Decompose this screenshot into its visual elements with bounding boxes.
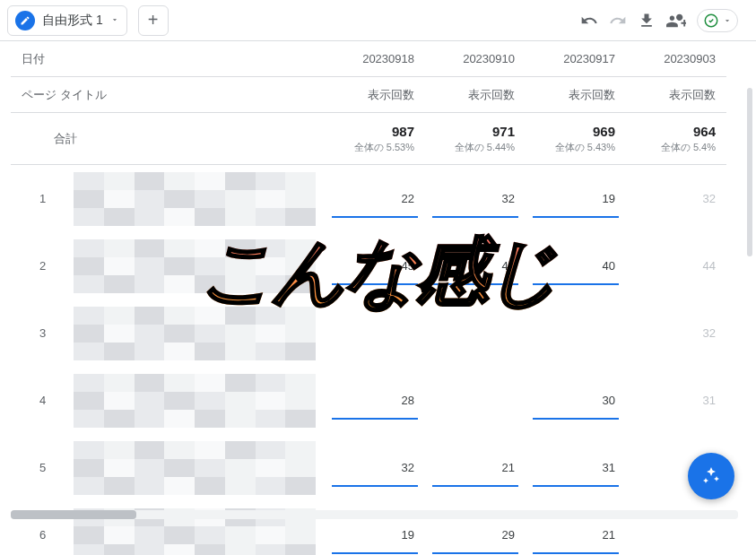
date-col-0[interactable]: 20230918 bbox=[325, 41, 425, 77]
download-button[interactable] bbox=[638, 12, 656, 30]
totals-sub: 全体の 5.44% bbox=[455, 141, 515, 154]
row-number: 1 bbox=[11, 165, 325, 232]
data-cell[interactable] bbox=[626, 501, 726, 555]
redo-button[interactable] bbox=[609, 12, 627, 30]
data-cell[interactable]: 32 bbox=[325, 434, 425, 501]
row-number: 4 bbox=[11, 367, 325, 434]
toolbar-right bbox=[580, 9, 749, 32]
pencil-icon bbox=[15, 11, 35, 30]
totals-sub: 全体の 5.4% bbox=[661, 141, 716, 154]
totals-cell-1: 971 全体の 5.44% bbox=[425, 113, 526, 165]
data-cell[interactable]: 22 bbox=[325, 165, 425, 232]
totals-cell-2: 969 全体の 5.43% bbox=[526, 113, 626, 165]
totals-value: 971 bbox=[492, 124, 515, 139]
data-cell[interactable]: 21 bbox=[526, 501, 626, 555]
tab-freeform-1[interactable]: 自由形式 1 bbox=[7, 5, 127, 36]
add-tab-button[interactable]: + bbox=[138, 5, 169, 36]
metric-col-0[interactable]: 表示回数 bbox=[325, 77, 425, 113]
data-cell[interactable]: 32 bbox=[626, 165, 726, 232]
blurred-page-title bbox=[74, 172, 316, 226]
data-cell[interactable]: 19 bbox=[526, 165, 626, 232]
date-col-3[interactable]: 20230903 bbox=[626, 41, 726, 77]
data-cell[interactable]: 30 bbox=[526, 367, 626, 434]
col-header-pagetitle[interactable]: ページ タイトル bbox=[11, 77, 325, 113]
date-col-2[interactable]: 20230917 bbox=[526, 41, 626, 77]
metric-col-3[interactable]: 表示回数 bbox=[626, 77, 726, 113]
toolbar-left: 自由形式 1 + bbox=[7, 5, 169, 36]
data-cell[interactable]: 31 bbox=[526, 434, 626, 501]
data-cell[interactable]: 28 bbox=[325, 367, 425, 434]
undo-button[interactable] bbox=[580, 12, 598, 30]
totals-label: 合計 bbox=[11, 113, 325, 165]
metric-col-2[interactable]: 表示回数 bbox=[526, 77, 626, 113]
metric-col-1[interactable]: 表示回数 bbox=[425, 77, 526, 113]
data-cell[interactable]: 21 bbox=[425, 434, 526, 501]
scrollbar-thumb[interactable] bbox=[747, 88, 752, 256]
blurred-page-title bbox=[74, 441, 316, 495]
blurred-page-title bbox=[74, 374, 316, 428]
content-area: 日付 20230918 20230910 20230917 20230903 ペ… bbox=[0, 41, 756, 555]
data-cell[interactable]: 29 bbox=[425, 501, 526, 555]
data-cell[interactable]: 32 bbox=[626, 299, 726, 367]
data-cell[interactable]: 44 bbox=[626, 232, 726, 299]
col-header-date[interactable]: 日付 bbox=[11, 41, 325, 77]
data-cell[interactable]: 32 bbox=[425, 165, 526, 232]
totals-sub: 全体の 5.53% bbox=[354, 141, 414, 154]
share-button[interactable] bbox=[666, 11, 686, 30]
insights-fab[interactable] bbox=[688, 453, 734, 499]
totals-value: 964 bbox=[693, 124, 716, 139]
row-number: 6 bbox=[11, 501, 325, 555]
chevron-down-icon bbox=[110, 13, 119, 27]
check-circle-icon bbox=[703, 13, 719, 29]
sparkle-gear-icon bbox=[700, 465, 722, 487]
toolbar: 自由形式 1 + bbox=[0, 0, 756, 41]
horizontal-scrollbar[interactable] bbox=[11, 510, 738, 519]
data-cell[interactable]: 31 bbox=[626, 367, 726, 434]
vertical-scrollbar[interactable] bbox=[747, 88, 752, 508]
overlay-annotation: こんな感じ bbox=[200, 223, 557, 322]
totals-value: 987 bbox=[392, 124, 414, 139]
totals-cell-0: 987 全体の 5.53% bbox=[325, 113, 425, 165]
status-chip[interactable] bbox=[697, 9, 738, 32]
data-cell[interactable] bbox=[425, 367, 526, 434]
data-cell[interactable]: 19 bbox=[325, 501, 425, 555]
chevron-down-icon bbox=[723, 16, 732, 25]
totals-value: 969 bbox=[593, 124, 615, 139]
date-col-1[interactable]: 20230910 bbox=[425, 41, 526, 77]
row-number: 5 bbox=[11, 434, 325, 501]
totals-cell-3: 964 全体の 5.4% bbox=[626, 113, 726, 165]
totals-sub: 全体の 5.43% bbox=[555, 141, 615, 154]
scrollbar-thumb[interactable] bbox=[11, 510, 136, 519]
tab-label: 自由形式 1 bbox=[42, 13, 103, 29]
